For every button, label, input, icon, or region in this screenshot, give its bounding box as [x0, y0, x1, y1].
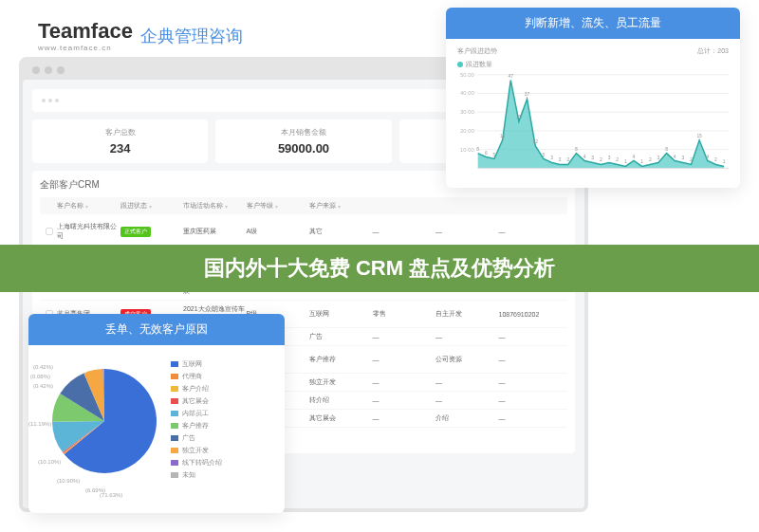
window-dot [45, 66, 52, 74]
svg-text:1: 1 [624, 159, 627, 164]
svg-text:4: 4 [583, 155, 586, 159]
svg-text:8: 8 [665, 147, 668, 152]
window-dot [32, 66, 40, 74]
logo-tagline: 企典管理咨询 [140, 25, 243, 47]
svg-text:3: 3 [681, 156, 684, 161]
table-row[interactable]: 上海曙光科技有限公司 正式客户 重庆医药展 A级 其它 — — — [40, 218, 567, 246]
logo-area: Teamface www.teamface.cn 企典管理咨询 [38, 19, 243, 52]
th-source[interactable]: 客户来源▾ [309, 201, 373, 211]
svg-text:50.00: 50.00 [460, 72, 474, 78]
svg-text:1: 1 [723, 159, 726, 164]
svg-text:25: 25 [516, 115, 522, 119]
svg-text:2: 2 [559, 157, 562, 162]
svg-text:6: 6 [485, 151, 488, 156]
banner-title: 国内外十大免费 CRM 盘点及优势分析 [204, 254, 555, 283]
line-panel-title: 判断新增、流失、员工流量 [446, 8, 740, 39]
table-header-row: 客户名称▾ 跟进状态▾ 市场活动名称▾ 客户等级▾ 客户来源▾ [40, 197, 567, 214]
pie-percent-label: (10.90%) [57, 478, 80, 484]
svg-text:30.00: 30.00 [460, 109, 474, 115]
svg-text:2: 2 [600, 157, 602, 162]
pie-percent-label: (71.63%) [100, 492, 122, 498]
pie-legend-item: 代理商 [171, 372, 275, 381]
pie-panel-title: 丢单、无效客户原因 [28, 314, 285, 345]
svg-text:4: 4 [674, 155, 676, 159]
svg-text:1: 1 [640, 159, 643, 164]
line-chart-subtitle: 客户跟进趋势 [457, 46, 497, 56]
th-activity[interactable]: 市场活动名称▾ [183, 201, 247, 211]
pie-legend: 互联网代理商客户介绍其它展会内部员工客户推荐广告独立开发线下转码介绍未知 [171, 359, 275, 483]
svg-text:3: 3 [591, 156, 594, 161]
pie-percent-label: (0.42%) [33, 383, 53, 389]
row-checkbox[interactable] [46, 228, 53, 235]
svg-text:5: 5 [542, 153, 545, 157]
stat-card-customers[interactable]: 客户总数 234 [32, 119, 208, 163]
stat-label: 本月销售金额 [223, 127, 383, 138]
pie-legend-item: 广告 [171, 433, 275, 443]
svg-text:2: 2 [714, 157, 717, 162]
svg-text:2: 2 [616, 157, 619, 162]
logo-url: www.teamface.cn [38, 44, 133, 52]
logo-name: Teamface [38, 19, 133, 44]
svg-text:8: 8 [575, 147, 578, 152]
pie-percent-label: (11.19%) [28, 421, 51, 427]
svg-text:2: 2 [690, 157, 693, 162]
svg-text:12: 12 [532, 139, 538, 144]
pie-chart-panel: 丢单、无效客户原因 互联网代理商客户介绍其它展会内部员工客户推荐广告独立开发线下… [28, 314, 285, 513]
pie-legend-item: 互联网 [171, 359, 275, 369]
svg-text:2: 2 [566, 157, 569, 162]
th-status[interactable]: 跟进状态▾ [120, 201, 184, 211]
svg-text:47: 47 [509, 74, 514, 79]
svg-text:10.00: 10.00 [460, 147, 474, 153]
svg-text:15: 15 [696, 134, 702, 138]
pie-legend-item: 客户推荐 [171, 421, 275, 431]
pie-legend-item: 线下转码介绍 [171, 458, 275, 468]
svg-text:3: 3 [550, 156, 553, 161]
stat-label: 客户总数 [40, 127, 200, 138]
pie-chart [38, 355, 171, 487]
pie-percent-label: (10.10%) [38, 459, 61, 465]
th-name[interactable]: 客户名称▾ [57, 201, 120, 211]
line-chart: 10.0020.0030.0040.0050.00865154725371253… [457, 69, 729, 183]
pie-legend-item: 内部员工 [171, 409, 275, 418]
pie-legend-item: 未知 [171, 470, 275, 480]
svg-text:4: 4 [633, 155, 636, 159]
svg-text:2: 2 [649, 157, 652, 162]
window-dot [57, 66, 65, 74]
svg-text:8: 8 [476, 147, 479, 152]
th-level[interactable]: 客户等级▾ [247, 201, 310, 211]
svg-text:5: 5 [493, 153, 496, 157]
svg-text:4: 4 [706, 155, 709, 159]
svg-text:3: 3 [657, 156, 660, 161]
svg-text:20.00: 20.00 [460, 128, 474, 134]
pie-legend-item: 其它展会 [171, 396, 275, 406]
title-banner: 国内外十大免费 CRM 盘点及优势分析 [0, 245, 759, 292]
line-chart-legend: 跟进数量 [457, 60, 729, 69]
line-chart-panel: 判断新增、流失、员工流量 客户跟进趋势 总计：203 跟进数量 10.0020.… [446, 8, 740, 188]
stat-card-sales[interactable]: 本月销售金额 59000.00 [215, 119, 391, 163]
pie-legend-item: 客户介绍 [171, 384, 275, 394]
pie-legend-item: 独立开发 [171, 446, 275, 455]
stat-value: 59000.00 [223, 141, 383, 156]
pie-percent-label: (0.42%) [33, 364, 53, 370]
svg-text:37: 37 [525, 92, 530, 97]
pie-percent-label: (0.08%) [30, 374, 50, 379]
svg-text:40.00: 40.00 [460, 90, 474, 96]
stat-value: 234 [40, 141, 200, 156]
svg-text:3: 3 [608, 156, 611, 161]
svg-text:15: 15 [500, 134, 506, 138]
